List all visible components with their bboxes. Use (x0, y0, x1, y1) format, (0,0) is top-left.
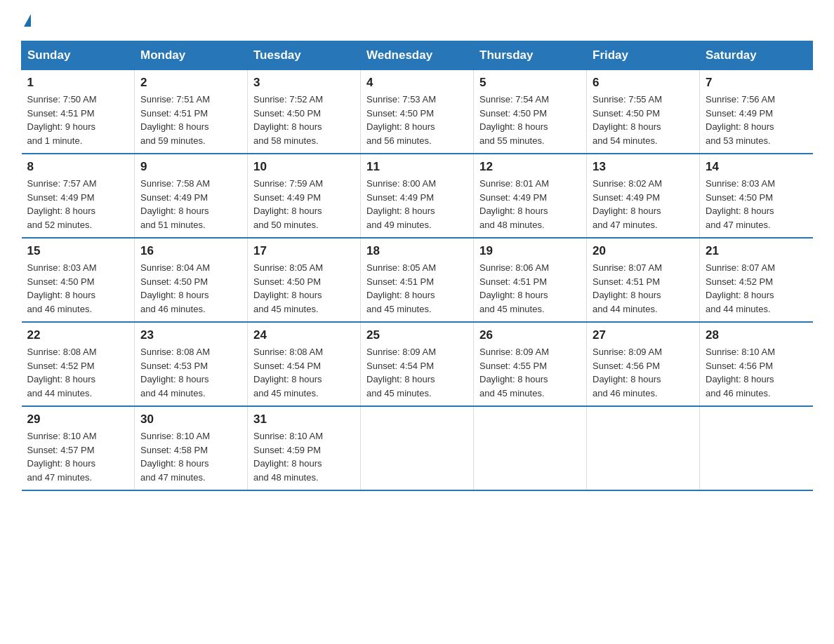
day-number: 30 (140, 412, 241, 427)
day-number: 15 (27, 244, 129, 258)
calendar-day-cell: 8Sunrise: 7:57 AM Sunset: 4:49 PM Daylig… (22, 154, 135, 238)
calendar-header: SundayMondayTuesdayWednesdayThursdayFrid… (22, 41, 813, 70)
day-number: 5 (479, 76, 581, 90)
day-info: Sunrise: 8:10 AM Sunset: 4:57 PM Dayligh… (27, 429, 129, 484)
day-info: Sunrise: 8:00 AM Sunset: 4:49 PM Dayligh… (366, 177, 468, 232)
day-number: 6 (593, 76, 694, 90)
day-number: 11 (366, 160, 468, 174)
calendar-day-cell: 11Sunrise: 8:00 AM Sunset: 4:49 PM Dayli… (361, 154, 474, 238)
day-number: 23 (140, 328, 241, 342)
day-number: 22 (27, 328, 129, 342)
calendar-day-cell: 9Sunrise: 7:58 AM Sunset: 4:49 PM Daylig… (135, 154, 248, 238)
day-number: 31 (253, 412, 355, 427)
day-info: Sunrise: 7:51 AM Sunset: 4:51 PM Dayligh… (140, 93, 241, 147)
calendar-day-cell: 19Sunrise: 8:06 AM Sunset: 4:51 PM Dayli… (474, 238, 587, 322)
day-of-week-header: Monday (135, 41, 248, 70)
day-number: 21 (706, 244, 807, 258)
calendar-day-cell: 14Sunrise: 8:03 AM Sunset: 4:50 PM Dayli… (700, 154, 813, 238)
calendar-day-cell (361, 406, 474, 490)
day-info: Sunrise: 7:57 AM Sunset: 4:49 PM Dayligh… (27, 177, 129, 232)
day-info: Sunrise: 8:09 AM Sunset: 4:55 PM Dayligh… (479, 345, 581, 400)
calendar-day-cell: 3Sunrise: 7:52 AM Sunset: 4:50 PM Daylig… (248, 70, 361, 154)
day-number: 26 (479, 328, 581, 342)
day-number: 13 (593, 160, 694, 174)
day-info: Sunrise: 7:52 AM Sunset: 4:50 PM Dayligh… (253, 93, 355, 147)
day-info: Sunrise: 7:53 AM Sunset: 4:50 PM Dayligh… (366, 93, 468, 147)
day-info: Sunrise: 8:05 AM Sunset: 4:50 PM Dayligh… (253, 261, 355, 316)
day-info: Sunrise: 8:09 AM Sunset: 4:56 PM Dayligh… (593, 345, 694, 400)
day-number: 20 (593, 244, 694, 258)
day-number: 9 (140, 160, 241, 174)
day-number: 17 (253, 244, 355, 258)
day-of-week-header: Thursday (474, 41, 587, 70)
calendar-day-cell: 25Sunrise: 8:09 AM Sunset: 4:54 PM Dayli… (361, 322, 474, 406)
calendar-day-cell (700, 406, 813, 490)
calendar-day-cell (474, 406, 587, 490)
day-info: Sunrise: 8:07 AM Sunset: 4:51 PM Dayligh… (593, 261, 694, 316)
calendar-day-cell: 16Sunrise: 8:04 AM Sunset: 4:50 PM Dayli… (135, 238, 248, 322)
day-number: 28 (706, 328, 807, 342)
day-of-week-header: Saturday (700, 41, 813, 70)
day-info: Sunrise: 8:08 AM Sunset: 4:54 PM Dayligh… (253, 345, 355, 400)
calendar-day-cell: 1Sunrise: 7:50 AM Sunset: 4:51 PM Daylig… (22, 70, 135, 154)
day-info: Sunrise: 8:03 AM Sunset: 4:50 PM Dayligh… (27, 261, 129, 316)
calendar-day-cell: 18Sunrise: 8:05 AM Sunset: 4:51 PM Dayli… (361, 238, 474, 322)
day-info: Sunrise: 7:59 AM Sunset: 4:49 PM Dayligh… (253, 177, 355, 232)
calendar-day-cell: 20Sunrise: 8:07 AM Sunset: 4:51 PM Dayli… (587, 238, 700, 322)
calendar-day-cell: 26Sunrise: 8:09 AM Sunset: 4:55 PM Dayli… (474, 322, 587, 406)
day-of-week-header: Sunday (22, 41, 135, 70)
calendar-day-cell: 27Sunrise: 8:09 AM Sunset: 4:56 PM Dayli… (587, 322, 700, 406)
calendar-day-cell: 24Sunrise: 8:08 AM Sunset: 4:54 PM Dayli… (248, 322, 361, 406)
calendar-day-cell (587, 406, 700, 490)
calendar-week-row: 15Sunrise: 8:03 AM Sunset: 4:50 PM Dayli… (22, 238, 813, 322)
calendar-day-cell: 29Sunrise: 8:10 AM Sunset: 4:57 PM Dayli… (22, 406, 135, 490)
day-info: Sunrise: 8:08 AM Sunset: 4:52 PM Dayligh… (27, 345, 129, 400)
header-row: SundayMondayTuesdayWednesdayThursdayFrid… (22, 41, 813, 70)
day-of-week-header: Wednesday (361, 41, 474, 70)
day-number: 19 (479, 244, 581, 258)
calendar-day-cell: 28Sunrise: 8:10 AM Sunset: 4:56 PM Dayli… (700, 322, 813, 406)
calendar-day-cell: 30Sunrise: 8:10 AM Sunset: 4:58 PM Dayli… (135, 406, 248, 490)
calendar-day-cell: 2Sunrise: 7:51 AM Sunset: 4:51 PM Daylig… (135, 70, 248, 154)
day-info: Sunrise: 7:54 AM Sunset: 4:50 PM Dayligh… (479, 93, 581, 147)
calendar-day-cell: 6Sunrise: 7:55 AM Sunset: 4:50 PM Daylig… (587, 70, 700, 154)
day-number: 25 (366, 328, 468, 342)
day-info: Sunrise: 8:01 AM Sunset: 4:49 PM Dayligh… (479, 177, 581, 232)
day-of-week-header: Tuesday (248, 41, 361, 70)
calendar-week-row: 29Sunrise: 8:10 AM Sunset: 4:57 PM Dayli… (22, 406, 813, 490)
calendar-day-cell: 4Sunrise: 7:53 AM Sunset: 4:50 PM Daylig… (361, 70, 474, 154)
calendar-week-row: 22Sunrise: 8:08 AM Sunset: 4:52 PM Dayli… (22, 322, 813, 406)
day-number: 14 (706, 160, 807, 174)
day-info: Sunrise: 8:02 AM Sunset: 4:49 PM Dayligh… (593, 177, 694, 232)
day-info: Sunrise: 8:06 AM Sunset: 4:51 PM Dayligh… (479, 261, 581, 316)
day-number: 8 (27, 160, 129, 174)
day-number: 7 (706, 76, 807, 90)
day-number: 27 (593, 328, 694, 342)
calendar-week-row: 8Sunrise: 7:57 AM Sunset: 4:49 PM Daylig… (22, 154, 813, 238)
day-number: 1 (27, 76, 129, 90)
day-info: Sunrise: 8:04 AM Sunset: 4:50 PM Dayligh… (140, 261, 241, 316)
calendar-day-cell: 23Sunrise: 8:08 AM Sunset: 4:53 PM Dayli… (135, 322, 248, 406)
calendar-day-cell: 12Sunrise: 8:01 AM Sunset: 4:49 PM Dayli… (474, 154, 587, 238)
day-number: 12 (479, 160, 581, 174)
day-info: Sunrise: 8:10 AM Sunset: 4:58 PM Dayligh… (140, 429, 241, 484)
calendar-week-row: 1Sunrise: 7:50 AM Sunset: 4:51 PM Daylig… (22, 70, 813, 154)
day-info: Sunrise: 8:05 AM Sunset: 4:51 PM Dayligh… (366, 261, 468, 316)
day-number: 29 (27, 412, 129, 427)
day-of-week-header: Friday (587, 41, 700, 70)
calendar-table: SundayMondayTuesdayWednesdayThursdayFrid… (21, 41, 813, 491)
calendar-day-cell: 17Sunrise: 8:05 AM Sunset: 4:50 PM Dayli… (248, 238, 361, 322)
day-info: Sunrise: 8:03 AM Sunset: 4:50 PM Dayligh… (706, 177, 807, 232)
day-number: 2 (140, 76, 241, 90)
day-info: Sunrise: 8:10 AM Sunset: 4:59 PM Dayligh… (253, 429, 355, 484)
day-info: Sunrise: 7:55 AM Sunset: 4:50 PM Dayligh… (593, 93, 694, 147)
calendar-body: 1Sunrise: 7:50 AM Sunset: 4:51 PM Daylig… (22, 70, 813, 491)
logo-triangle-icon (24, 14, 31, 27)
logo (21, 14, 31, 27)
day-info: Sunrise: 8:09 AM Sunset: 4:54 PM Dayligh… (366, 345, 468, 400)
calendar-day-cell: 10Sunrise: 7:59 AM Sunset: 4:49 PM Dayli… (248, 154, 361, 238)
page-header (21, 14, 813, 27)
calendar-day-cell: 15Sunrise: 8:03 AM Sunset: 4:50 PM Dayli… (22, 238, 135, 322)
day-number: 4 (366, 76, 468, 90)
calendar-day-cell: 13Sunrise: 8:02 AM Sunset: 4:49 PM Dayli… (587, 154, 700, 238)
